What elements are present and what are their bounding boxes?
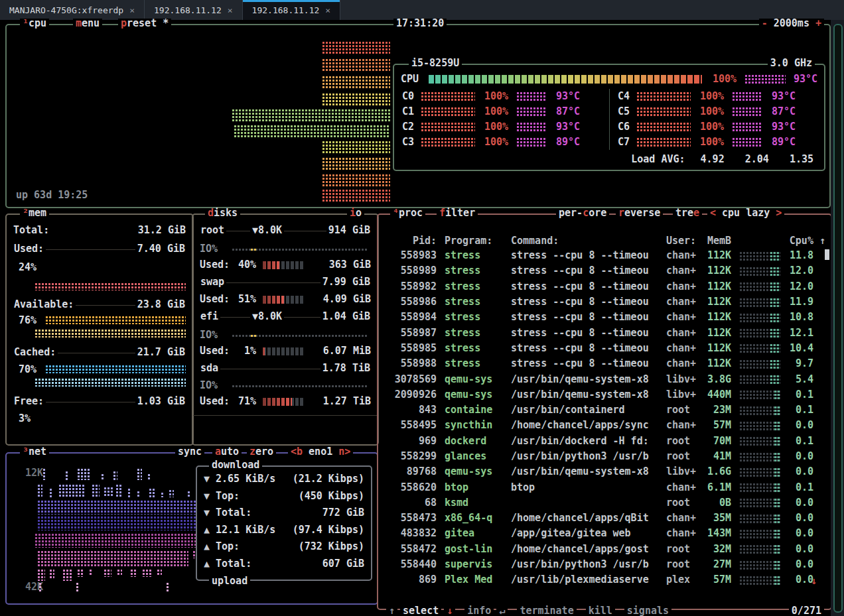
- table-row[interactable]: 843containe/usr/bin/containerdroot23M0.1: [385, 402, 825, 418]
- table-row[interactable]: 89768qemu-sys/usr/bin/qemu-system-x8libv…: [385, 464, 825, 479]
- proc-mem: 112K: [701, 343, 731, 353]
- net-box: ³net sync auto zero <b eno1 n> 12K 42K: [5, 452, 378, 605]
- table-row[interactable]: 558472gost-lin/home/chancel/apps/gostroo…: [385, 542, 825, 557]
- sort-next-button[interactable]: >: [776, 207, 782, 219]
- proc-cpu: 10.4: [782, 343, 813, 353]
- col-user[interactable]: User:: [666, 236, 701, 246]
- table-row[interactable]: 558983stressstress --cpu 8 --timeouchan+…: [385, 248, 825, 263]
- sync-toggle[interactable]: sync: [175, 447, 204, 457]
- reverse-toggle[interactable]: reverse: [616, 208, 663, 218]
- disk-size: 1.78 TiB: [320, 363, 372, 373]
- mem-box-title[interactable]: ²mem: [20, 208, 49, 218]
- proc-pid: 558989: [385, 266, 437, 276]
- proc-program: btop: [445, 483, 504, 493]
- info-button[interactable]: info: [464, 606, 494, 616]
- load-average: Load AVG: 4.92 2.04 1.35: [631, 154, 813, 164]
- select-up-icon[interactable]: ↑: [386, 606, 397, 616]
- mem-cached-pct: 70%: [19, 365, 36, 375]
- iface-next-button[interactable]: n>: [338, 446, 350, 458]
- tree-toggle[interactable]: tree: [673, 208, 702, 218]
- proc-mem: 3.8G: [701, 375, 731, 385]
- proc-cpu-meter: [739, 514, 780, 523]
- terminal-scrollbar-track[interactable]: [831, 20, 844, 616]
- table-row[interactable]: 558989stressstress --cpu 8 --timeouchan+…: [385, 263, 825, 278]
- col-mem[interactable]: MemB: [701, 236, 731, 246]
- table-row[interactable]: 558495syncthin/home/chancel/apps/synccha…: [385, 418, 825, 433]
- tab-remote-2-active[interactable]: 192.168.11.12 ×: [243, 0, 341, 20]
- close-icon[interactable]: ×: [228, 5, 233, 15]
- close-icon[interactable]: ×: [129, 5, 135, 15]
- filter-button[interactable]: filter: [437, 208, 478, 218]
- select-button[interactable]: select: [400, 606, 441, 616]
- proc-user: chan+: [666, 312, 701, 322]
- uptime: up 63d 19:25: [16, 190, 88, 200]
- table-row[interactable]: 2090926qemu-sys/usr/bin/qemu-system-x8li…: [385, 387, 825, 402]
- table-row[interactable]: 558984stressstress --cpu 8 --timeouchan+…: [385, 310, 825, 325]
- table-row[interactable]: 969dockerd/usr/bin/dockerd -H fd:root70M…: [385, 434, 825, 449]
- signals-button[interactable]: signals: [624, 606, 671, 616]
- sort-selector[interactable]: < cpu lazy >: [707, 208, 784, 218]
- table-row[interactable]: 558987stressstress --cpu 8 --timeouchan+…: [385, 325, 825, 340]
- col-command[interactable]: Command:: [511, 236, 662, 246]
- proc-program: stress: [445, 312, 504, 322]
- cpu-panel: i5-8259U 3.0 GHz CPU 100% 93°C C0100%93°…: [393, 64, 825, 171]
- used-value: 1.27 TiB: [323, 397, 371, 406]
- col-program[interactable]: Program:: [445, 236, 504, 246]
- table-row[interactable]: 483832gitea/app/gitea/gitea webchan+143M…: [385, 526, 825, 541]
- col-cpu[interactable]: Cpu% ↑: [790, 236, 825, 246]
- close-icon[interactable]: ×: [325, 5, 330, 15]
- cpu-box-title[interactable]: ¹cpu: [20, 19, 49, 29]
- proc-program: stress: [445, 297, 504, 307]
- refresh-minus-button[interactable]: -: [762, 17, 768, 29]
- proc-pid: 68: [385, 498, 437, 508]
- proc-user: libv+: [666, 390, 701, 400]
- proc-cpu: 9.7: [782, 359, 813, 369]
- proc-user: chan+: [666, 251, 701, 261]
- table-row[interactable]: 558988stressstress --cpu 8 --timeouchan+…: [385, 356, 825, 371]
- interface-switcher[interactable]: <b eno1 n>: [288, 447, 353, 457]
- table-row[interactable]: 558440supervis/usr/bin/python3 /usr/broo…: [385, 557, 825, 572]
- proc-cpu-meter: [739, 328, 780, 338]
- terminal-scrollbar-thumb[interactable]: [833, 24, 843, 613]
- proc-program: stress: [445, 266, 504, 276]
- proc-pid: 969: [385, 436, 437, 446]
- per-core-pre: per-: [559, 207, 583, 219]
- scroll-down-icon[interactable]: ↓: [811, 576, 817, 586]
- col-pid[interactable]: Pid:: [385, 236, 437, 246]
- auto-toggle[interactable]: auto: [212, 447, 242, 457]
- mem-available-label: Available:: [12, 300, 76, 310]
- core-temp: 93°C: [548, 122, 580, 132]
- preset-button[interactable]: preset *: [118, 19, 171, 29]
- mem-free-value: 1.03 GiB: [135, 397, 187, 406]
- select-down-icon[interactable]: ↓: [444, 606, 455, 616]
- table-row[interactable]: 558620btopbtopchan+6.1M0.1: [385, 479, 825, 495]
- kill-button[interactable]: kill: [586, 606, 615, 616]
- core-temp-meter: [732, 122, 762, 132]
- table-row[interactable]: 869Plex Med/usr/lib/plexmediaserveplex57…: [385, 572, 825, 587]
- proc-box-title[interactable]: ⁴proc: [390, 208, 425, 218]
- net-box-title[interactable]: ³net: [20, 447, 49, 457]
- table-row[interactable]: 558299glances/usr/bin/python3 /usr/broot…: [385, 449, 825, 464]
- per-core-toggle[interactable]: per-core: [556, 208, 609, 218]
- table-row[interactable]: 558985stressstress --cpu 8 --timeouchan+…: [385, 341, 825, 356]
- proc-user: chan+: [666, 328, 701, 338]
- io-toggle[interactable]: io: [347, 208, 364, 218]
- download-total-row: ▼ Total: 772 GiB: [197, 505, 371, 522]
- proc-scrollbar-indicator[interactable]: [825, 249, 829, 260]
- download-total-label: Total:: [216, 508, 251, 518]
- sort-prev-button[interactable]: <: [710, 207, 716, 219]
- table-row[interactable]: 3078569qemu-sys/usr/bin/qemu-system-x8li…: [385, 371, 825, 387]
- refresh-plus-button[interactable]: +: [815, 17, 821, 29]
- disks-box-title[interactable]: disks: [205, 208, 240, 218]
- filter-hotkey: f: [439, 207, 445, 219]
- table-row[interactable]: 68ksmdroot0B0.0: [385, 495, 825, 511]
- iface-prev-button[interactable]: <b: [291, 446, 303, 458]
- zero-toggle[interactable]: zero: [247, 447, 276, 457]
- terminate-button[interactable]: terminate: [517, 606, 576, 616]
- table-row[interactable]: 558986stressstress --cpu 8 --timeouchan+…: [385, 294, 825, 310]
- proc-cpu: 12.0: [782, 266, 813, 276]
- table-row[interactable]: 558982stressstress --cpu 8 --timeouchan+…: [385, 279, 825, 294]
- menu-button[interactable]: menu: [73, 19, 102, 29]
- table-row[interactable]: 558473x86_64-q/home/chancel/apps/qBitcha…: [385, 511, 825, 526]
- download-speed-row: ▼ 2.65 KiB/s (21.2 Kibps): [197, 471, 371, 488]
